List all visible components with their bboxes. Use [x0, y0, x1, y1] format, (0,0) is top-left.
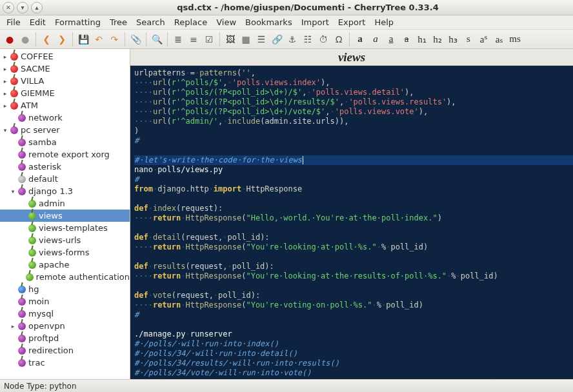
chevron-right-icon[interactable]: ▸	[9, 322, 17, 330]
insert-timestamp-icon[interactable]: ⏱	[316, 32, 330, 46]
tree-node-coffee[interactable]: ▸COFFEE	[0, 50, 130, 63]
tree-node-default[interactable]: ▸default	[0, 173, 130, 185]
list-number-icon[interactable]: ≡	[186, 32, 201, 46]
tree-node-moin[interactable]: ▸moin	[0, 295, 130, 308]
chevron-down-icon[interactable]: ▾	[9, 188, 17, 195]
fmt-h1-icon[interactable]: h₁	[415, 32, 429, 46]
tree-node-admin[interactable]: ▸admin	[0, 197, 130, 210]
fmt-super-icon[interactable]: aˢ	[477, 32, 491, 46]
tree-node-views-templates[interactable]: ▸views-templates	[0, 222, 130, 234]
fmt-small-icon[interactable]: s	[461, 32, 476, 46]
code-line[interactable]: def·index(request):	[134, 204, 573, 213]
tree-node-trac[interactable]: ▸trac	[0, 357, 130, 369]
tree-node-openvpn[interactable]: ▸openvpn	[0, 320, 130, 332]
insert-anchor-icon[interactable]: ⚓	[285, 32, 299, 46]
tree-node-views-urls[interactable]: ▸views-urls	[0, 234, 130, 246]
insert-table-icon[interactable]: ▦	[239, 32, 253, 46]
tree-node-apache[interactable]: ▸apache	[0, 259, 130, 271]
tree-node-django-1-3[interactable]: ▾django 1.3	[0, 185, 130, 197]
grey-cherry-icon[interactable]: ●	[18, 32, 32, 46]
code-line[interactable]: #	[134, 310, 573, 320]
fmt-sub-icon[interactable]: aₛ	[492, 32, 507, 46]
tree-node-sacme[interactable]: ▸SACME	[0, 63, 130, 75]
code-editor[interactable]: urlpatterns·=·patterns('',····url(r'^pol…	[130, 66, 573, 379]
insert-link-icon[interactable]: 🔗	[270, 32, 284, 46]
undo-icon[interactable]: ↶	[92, 32, 106, 46]
tree-node-views-forms[interactable]: ▸views-forms	[0, 246, 130, 259]
chevron-right-icon[interactable]: ▸	[1, 102, 9, 110]
insert-image-icon[interactable]: 🖼	[223, 32, 237, 46]
tree-node-giemme[interactable]: ▸GIEMME	[0, 87, 130, 99]
code-line[interactable]: ····url(r'^polls/(?P<poll_id>\d+)/vote/$…	[134, 107, 573, 117]
chevron-right-icon[interactable]: ▸	[1, 77, 9, 85]
code-line[interactable]: ····url(r'^polls/(?P<poll_id>\d+)/$',·'p…	[134, 88, 573, 97]
fmt-italic-icon[interactable]: a	[368, 32, 383, 46]
code-line[interactable]: def·results(request,·poll_id):	[134, 262, 573, 271]
fmt-h2-icon[interactable]: h₂	[430, 32, 445, 46]
fmt-mono-icon[interactable]: ms	[508, 32, 522, 46]
code-line[interactable]: ····return·HttpResponse("Hello,·world.·Y…	[134, 213, 573, 223]
menu-replace[interactable]: Replace	[170, 16, 211, 28]
nav-back-icon[interactable]: ❮	[39, 32, 54, 46]
tree-node-asterisk[interactable]: ▸asterisk	[0, 161, 130, 173]
code-line[interactable]	[134, 223, 573, 233]
tree-node-mysql[interactable]: ▸mysql	[0, 308, 130, 320]
tree-node-villa[interactable]: ▸VILLA	[0, 75, 130, 87]
menu-edit[interactable]: Edit	[26, 16, 50, 28]
code-line[interactable]: ····url(r'^polls/(?P<poll_id>\d+)/result…	[134, 97, 573, 107]
insert-special-icon[interactable]: Ω	[332, 32, 346, 46]
red-cherry-icon[interactable]: ●	[3, 32, 17, 46]
tree-node-views[interactable]: ▸views	[0, 210, 130, 222]
fmt-h3-icon[interactable]: h₃	[446, 32, 460, 46]
code-line[interactable]: #·/polls/34/results/·will·run·into·resul…	[134, 358, 573, 368]
chevron-down-icon[interactable]: ▾	[1, 126, 9, 134]
code-line[interactable]: )	[134, 126, 573, 136]
save-icon[interactable]: 💾	[76, 32, 90, 46]
fmt-bold-icon[interactable]: a	[353, 32, 367, 46]
code-line[interactable]: #·/polls/34/·will·run·into·detail()	[134, 349, 573, 358]
code-line[interactable]: ····url(r'^polls/$',·'polls.views.index'…	[134, 78, 573, 88]
code-line[interactable]	[134, 252, 573, 262]
tree-node-samba[interactable]: ▸samba	[0, 136, 130, 148]
tree-node-redirection[interactable]: ▸redirection	[0, 344, 130, 357]
tree-panel[interactable]: ▸COFFEE▸SACME▸VILLA▸GIEMME▸ATM▸network▾p…	[0, 49, 130, 379]
code-line[interactable]: #·/polls/·will·run·into·index()	[134, 339, 573, 349]
code-line[interactable]	[134, 281, 573, 291]
code-line[interactable]: nano·polls/views.py	[134, 165, 573, 175]
code-line[interactable]: urlpatterns·=·patterns('',	[134, 68, 573, 78]
menu-help[interactable]: Help	[370, 16, 397, 28]
chevron-right-icon[interactable]: ▸	[1, 90, 9, 97]
code-line[interactable]	[134, 146, 573, 155]
menu-bookmarks[interactable]: Bookmarks	[241, 16, 296, 28]
code-line[interactable]: ····url(r'^admin/',·include(admin.site.u…	[134, 117, 573, 126]
code-line[interactable]: #	[134, 136, 573, 146]
code-line[interactable]	[134, 194, 573, 204]
insert-toc-icon[interactable]: ☷	[301, 32, 315, 46]
code-line[interactable]	[134, 320, 573, 329]
nav-forward-icon[interactable]: ❯	[55, 32, 69, 46]
menu-search[interactable]: Search	[132, 16, 169, 28]
insert-codebox-icon[interactable]: ☰	[254, 32, 268, 46]
search-icon[interactable]: 🔍	[150, 32, 164, 46]
tree-node-network[interactable]: ▸network	[0, 112, 130, 124]
chevron-right-icon[interactable]: ▸	[1, 53, 9, 61]
redo-icon[interactable]: ↷	[107, 32, 121, 46]
code-line[interactable]: ····return·HttpResponse("You're·voting·o…	[134, 300, 573, 310]
tree-node-pc-server[interactable]: ▾pc server	[0, 124, 130, 136]
chevron-right-icon[interactable]: ▸	[1, 65, 9, 73]
tree-node-atm[interactable]: ▸ATM	[0, 99, 130, 112]
list-bullet-icon[interactable]: ≣	[171, 32, 185, 46]
menu-view[interactable]: View	[212, 16, 240, 28]
menu-tree[interactable]: Tree	[106, 16, 131, 28]
menu-import[interactable]: Import	[297, 16, 333, 28]
menu-export[interactable]: Export	[334, 16, 370, 28]
code-line[interactable]: def·vote(request,·poll_id):	[134, 291, 573, 300]
menu-formatting[interactable]: Formatting	[51, 16, 105, 28]
close-window-button[interactable]: ✕	[3, 2, 14, 14]
code-line[interactable]: ····return·HttpResponse("You're·looking·…	[134, 271, 573, 281]
fmt-strike-icon[interactable]: a	[399, 32, 414, 46]
tree-node-remote-authentication[interactable]: ▸remote authentication	[0, 271, 130, 283]
code-line[interactable]: def·detail(request,·poll_id):	[134, 233, 573, 242]
maximize-window-button[interactable]: ▴	[31, 2, 43, 14]
fmt-underline-icon[interactable]: a	[384, 32, 398, 46]
